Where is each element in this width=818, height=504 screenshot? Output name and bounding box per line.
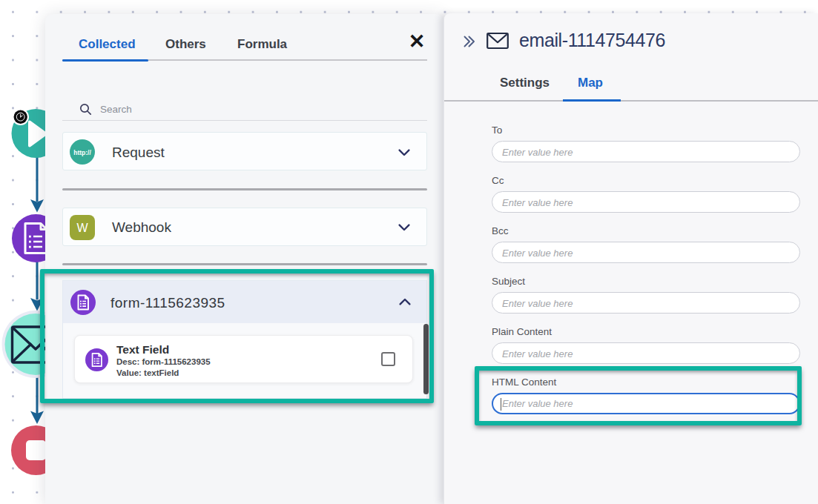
svg-text:http://: http:// bbox=[73, 148, 91, 156]
svg-text:W: W bbox=[76, 222, 88, 234]
